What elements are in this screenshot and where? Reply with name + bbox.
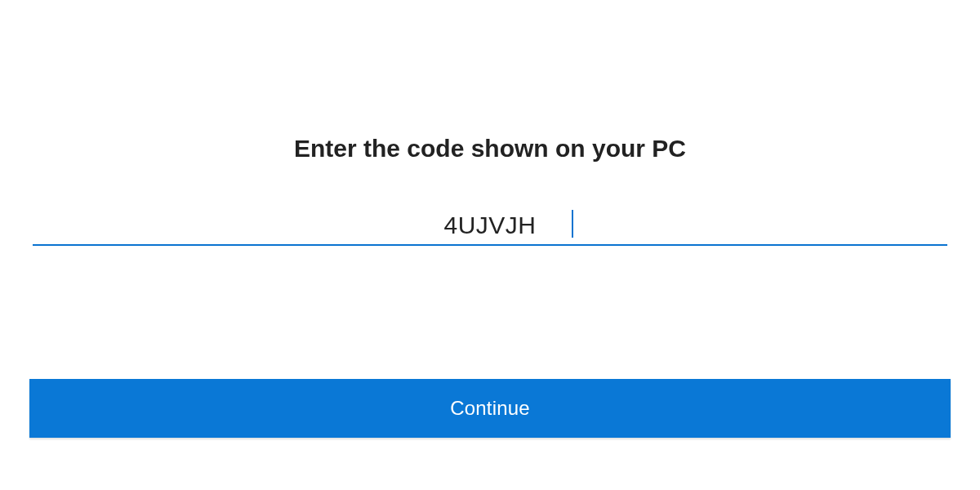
continue-button[interactable]: Continue: [29, 379, 951, 438]
code-input-wrap: [33, 212, 947, 246]
code-input[interactable]: [33, 212, 947, 239]
code-entry-screen: Enter the code shown on your PC Continue: [0, 0, 980, 490]
text-caret: [572, 210, 573, 238]
page-heading: Enter the code shown on your PC: [33, 135, 947, 163]
